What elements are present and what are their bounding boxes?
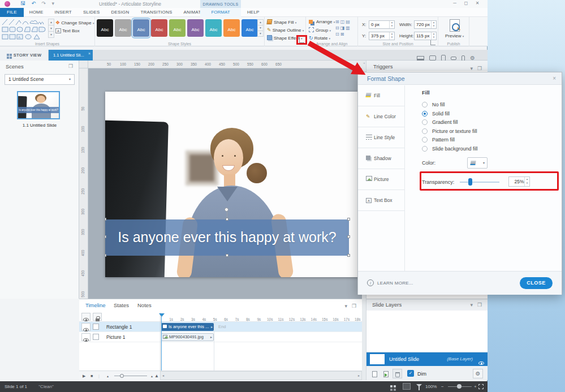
play-button[interactable]: ▶ [83,371,85,381]
tab-states[interactable]: States [114,300,129,311]
caption-rectangle[interactable]: Is anyone ever this happy at work? [105,219,349,256]
ribbon-tab[interactable]: DESIGN [106,8,135,17]
maximize-icon[interactable]: ◻ [460,1,472,6]
selection-handle[interactable] [105,218,106,221]
tab-notes[interactable]: Notes [137,300,152,311]
shape-gallery-row-basic[interactable]: A [2,33,47,40]
device-preview-icons[interactable]: ⚙ [412,53,475,59]
slide-canvas[interactable]: Is anyone ever this happy at work? [105,92,360,277]
y-field[interactable]: 375 px▲▼ [369,32,395,40]
radio-button[interactable] [422,137,428,143]
timeline-scrollbar[interactable]: ◂ ▸ [160,371,362,380]
shape-style-swatch[interactable]: Abc [97,19,113,37]
ribbon-tab[interactable]: SLIDES [77,8,106,17]
radio-button[interactable] [422,119,428,125]
x-field[interactable]: 0 px▲▼ [369,20,395,29]
story-view-toggle-icon[interactable] [390,385,393,387]
text-box-button[interactable]: A Text Box [55,28,80,33]
stop-button[interactable]: ■ [90,371,93,381]
group-button[interactable]: Group ▾ [309,27,331,33]
close-icon[interactable]: ✕ [472,1,483,6]
shape-style-swatch[interactable]: Abc [133,19,149,37]
zoom-out-tick-icon[interactable]: ▲ [106,371,109,381]
timeline-zoom-knob[interactable] [120,374,124,378]
radio-button[interactable] [422,102,428,107]
selection-handle[interactable] [347,218,350,221]
shape-style-swatch[interactable]: Abc [115,19,131,37]
timeline-row-rectangle[interactable]: Rectangle 1 Is anyone ever this ...▸ End [79,322,362,332]
scroll-right-icon[interactable]: ▸ [358,372,360,380]
panel-pin-icon[interactable]: ❐ [68,63,73,69]
dim-checkbox[interactable]: ✓ [407,370,414,377]
ribbon-tab[interactable]: HELP [241,8,265,17]
zoom-in-big-icon[interactable]: ▲ [154,371,159,381]
color-picker-button[interactable]: ▾ [467,157,488,169]
quick-access-toolbar[interactable]: 🖫 ↶ ↷ ▾ [20,1,57,6]
close-tab-icon[interactable]: × [88,48,90,59]
delete-layer-button[interactable] [393,369,402,378]
lock-column-header[interactable] [93,313,102,321]
shape-fill-button[interactable]: Shape Fill ▾ [267,19,296,25]
selection-handle[interactable] [105,235,106,238]
zoom-out-icon[interactable]: − [441,381,444,392]
visibility-toggle[interactable] [81,323,90,331]
selection-handle[interactable] [105,254,106,257]
playhead-handle[interactable] [159,313,165,317]
laptop-icon[interactable] [417,56,424,61]
timeline-row-picture[interactable]: Picture 1 MP900430491.jpg▸ [79,332,362,342]
fill-option[interactable]: Pattern fill [422,136,478,145]
nav-picture[interactable]: Picture [358,169,404,190]
layer-visibility[interactable] [477,357,484,367]
selection-handle[interactable] [226,254,228,257]
shape-gallery-row-rects[interactable] [2,26,47,33]
shape-style-swatch[interactable]: Abc [241,19,258,37]
tab-timeline[interactable]: Timeline [85,300,106,311]
new-layer-button[interactable] [370,369,379,378]
timeline-bar-rectangle[interactable]: Is anyone ever this ...▸ [161,323,214,331]
slide-view-toggle-icon[interactable] [403,383,411,390]
chevron-down-icon[interactable]: ▾ [470,302,473,308]
chevron-down-icon[interactable]: ▾ [344,303,347,309]
scene-selector-dropdown[interactable]: 1 Untitled Scene▾ [5,74,75,85]
width-field[interactable]: 720 px▲▼ [414,20,437,29]
timeline-bar-picture[interactable]: MP900430491.jpg▸ [161,333,214,341]
shape-style-swatch[interactable]: Abc [205,19,222,37]
panel-pin-icon[interactable]: ❐ [477,302,482,308]
arrange-button[interactable]: Arrange ▾ [309,19,335,24]
duplicate-layer-button[interactable] [381,369,391,378]
dialog-close-icon[interactable]: × [553,72,556,85]
visibility-toggle[interactable] [81,333,90,341]
ribbon-tab[interactable]: TRANSITIONS [135,8,178,17]
size-position-dialog-launcher[interactable] [430,40,435,45]
nav-line-color[interactable]: ✎Line Color [358,106,404,127]
radio-button[interactable] [422,146,428,152]
rotate-handle[interactable] [225,208,228,212]
shape-outline-button[interactable]: ✎ Shape Outline ▾ [267,27,304,33]
fill-option[interactable]: Slide background fill [422,145,478,154]
tab-format[interactable]: FORMAT [200,8,241,17]
shape-styles-scroll[interactable]: ▲▼▼ [257,19,264,36]
layer-properties-gear-icon[interactable]: ⚙ [473,369,483,378]
story-view-tab[interactable]: STORY VIEW [0,50,49,61]
lock-checkbox[interactable] [93,324,99,330]
shape-gallery-row-lines[interactable] [2,19,47,25]
nav-text-box[interactable]: AText Box [358,190,404,211]
shape-style-swatch[interactable]: Abc [169,19,186,37]
slide-thumbnail[interactable]: Is anyone ever this happy at work? [17,91,60,119]
shape-style-swatch[interactable]: Abc [187,19,204,37]
panel-splitter[interactable] [362,299,366,380]
tablet-landscape-icon[interactable] [429,55,436,61]
height-field[interactable]: 115 px▲▼ [414,32,437,40]
selection-handle[interactable] [226,218,228,221]
nav-line-style[interactable]: Line Style [358,127,404,148]
timeline-ruler[interactable]: 1s2s3s4s5s6s7s8s9s10s11s12s13s14s15s16s1… [160,313,362,322]
bar-expand-icon[interactable]: ▸ [211,323,213,331]
zoom-in-icon[interactable]: + [474,381,477,392]
window-controls[interactable]: ─◻✕ [449,1,483,6]
shape-style-swatch[interactable]: Abc [151,19,167,37]
align-tools-icons[interactable]: ⊞◫▤⊟◨▥⊡⊠ [335,19,357,37]
zoom-in-tick-icon[interactable]: ▲ [150,371,153,381]
shape-gallery-scroll[interactable]: ▲▼▼ [48,19,54,37]
visibility-column-header[interactable] [81,313,90,321]
bar-expand-icon[interactable]: ▸ [210,334,212,341]
